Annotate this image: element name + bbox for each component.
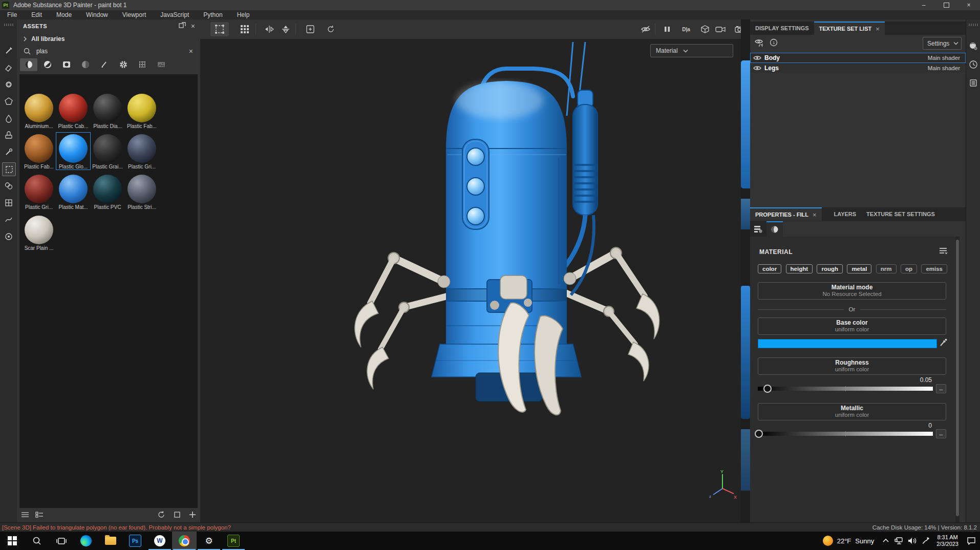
marquee-select-icon[interactable] bbox=[210, 22, 229, 36]
material-mode-button[interactable]: Material mode No Resource Selected bbox=[758, 282, 946, 300]
detail-view-icon[interactable] bbox=[35, 512, 44, 518]
channel-chip-emiss[interactable]: emiss bbox=[921, 264, 947, 273]
visibility-eye-icon[interactable] bbox=[753, 55, 761, 61]
camera-settings-icon[interactable] bbox=[713, 22, 728, 36]
search-input[interactable]: plas bbox=[36, 48, 48, 55]
hide-ui-icon[interactable] bbox=[638, 22, 653, 36]
axis-gizmo[interactable]: Y X z bbox=[707, 468, 738, 499]
material-tile[interactable]: Scar Plain ... bbox=[22, 214, 56, 251]
minimize-button[interactable]: – bbox=[912, 0, 935, 10]
mirror-horizontal-icon[interactable] bbox=[262, 22, 277, 36]
path-icon[interactable] bbox=[2, 213, 15, 226]
menu-javascript[interactable]: JavaScript bbox=[153, 10, 196, 19]
close-tab-icon[interactable]: × bbox=[876, 25, 880, 33]
channel-chip-op[interactable]: op bbox=[901, 264, 917, 273]
tab-texture-set-settings[interactable]: TEXTURE SET SETTINGS bbox=[861, 207, 940, 221]
patterns-filter-icon[interactable] bbox=[134, 58, 151, 71]
visibility-sync-icon[interactable] bbox=[754, 38, 764, 47]
tab-layers[interactable]: LAYERS bbox=[829, 207, 862, 221]
menu-help[interactable]: Help bbox=[230, 10, 257, 19]
material-picker-icon[interactable] bbox=[2, 145, 15, 158]
geometry-mask-icon[interactable] bbox=[2, 162, 16, 176]
channel-chip-height[interactable]: height bbox=[786, 264, 813, 273]
list-view-icon[interactable] bbox=[21, 512, 29, 518]
solo-view-icon[interactable]: 1 bbox=[770, 38, 778, 47]
roughness-expand-icon[interactable]: ↔ bbox=[936, 384, 946, 393]
close-button[interactable]: × bbox=[957, 0, 980, 10]
material-tile[interactable]: Plastic PVC bbox=[91, 173, 124, 210]
channel-chip-nrm[interactable]: nrm bbox=[876, 264, 897, 273]
history-icon[interactable] bbox=[967, 58, 979, 71]
channel-chip-metal[interactable]: metal bbox=[847, 264, 871, 273]
subtab-material[interactable] bbox=[766, 221, 783, 237]
smart-materials-filter-icon[interactable] bbox=[39, 58, 56, 71]
material-options-icon[interactable] bbox=[939, 247, 948, 255]
material-tile[interactable]: Plastic Gri... bbox=[125, 133, 159, 170]
texture-set-row-legs[interactable]: LegsMain shader bbox=[751, 64, 965, 73]
base-color-swatch[interactable] bbox=[758, 339, 937, 348]
material-tile[interactable]: Plastic Stri... bbox=[125, 173, 159, 210]
texture-set-row-body[interactable]: BodyMain shader bbox=[751, 53, 965, 62]
tab-display-settings[interactable]: DISPLAY SETTINGS bbox=[750, 22, 814, 35]
taskbar-settings[interactable]: ⚙ bbox=[197, 532, 221, 550]
maximize-button[interactable] bbox=[935, 0, 957, 10]
2d3d-toggle-icon[interactable]: D|a bbox=[678, 22, 694, 36]
library-selector[interactable]: All libraries bbox=[17, 33, 200, 45]
material-tile[interactable]: Plastic Grai... bbox=[91, 133, 124, 170]
eyedropper-icon[interactable] bbox=[939, 338, 947, 347]
quick-mask-icon[interactable] bbox=[2, 196, 15, 209]
mesh-display-icon[interactable] bbox=[697, 22, 713, 36]
taskbar-edge[interactable] bbox=[74, 532, 98, 550]
images-filter-icon[interactable] bbox=[153, 58, 170, 71]
mirror-vertical-icon[interactable] bbox=[278, 22, 293, 36]
material-tile[interactable]: Plastic Mat... bbox=[56, 173, 90, 210]
new-shelf-icon[interactable] bbox=[174, 511, 181, 518]
channel-chip-color[interactable]: color bbox=[758, 264, 781, 273]
metallic-slider[interactable] bbox=[758, 432, 933, 436]
taskbar-painter[interactable]: Pt bbox=[221, 532, 246, 550]
panel-drag-handle[interactable] bbox=[4, 24, 13, 26]
symmetry-icon[interactable] bbox=[2, 179, 15, 192]
viewport-2d-strip[interactable] bbox=[741, 19, 751, 522]
material-tile[interactable]: Aluminium... bbox=[22, 92, 56, 129]
menu-mode[interactable]: Mode bbox=[49, 10, 79, 19]
tray-chevron-icon[interactable] bbox=[879, 532, 892, 550]
paint-bot-model[interactable] bbox=[200, 39, 741, 522]
procedurals-filter-icon[interactable] bbox=[115, 58, 132, 71]
roughness-value[interactable]: 0.05 bbox=[901, 376, 932, 384]
material-tile[interactable]: Plastic Glo... bbox=[56, 133, 90, 170]
asset-search[interactable]: plas × bbox=[17, 45, 200, 57]
material-tile[interactable]: Plastic Cab... bbox=[56, 92, 90, 129]
menu-file[interactable]: File bbox=[0, 10, 24, 19]
material-tile[interactable]: Plastic Fab... bbox=[125, 92, 159, 129]
clear-search-icon[interactable]: × bbox=[189, 47, 193, 55]
menu-edit[interactable]: Edit bbox=[24, 10, 49, 19]
smudge-icon[interactable] bbox=[2, 112, 15, 124]
paint-icon[interactable] bbox=[2, 44, 15, 57]
refresh-assets-icon[interactable] bbox=[157, 511, 165, 519]
roughness-slider[interactable] bbox=[758, 387, 933, 391]
pause-engine-icon[interactable] bbox=[659, 22, 675, 36]
close-tab-icon[interactable]: × bbox=[813, 211, 817, 219]
shader-settings-icon[interactable] bbox=[967, 40, 979, 52]
material-tile[interactable]: Plastic Dia... bbox=[91, 92, 124, 129]
reset-rotation-icon[interactable] bbox=[323, 22, 338, 36]
viewer-settings-icon[interactable] bbox=[2, 230, 15, 243]
taskbar-task-view[interactable] bbox=[49, 532, 74, 550]
tab-properties-fill[interactable]: PROPERTIES - FILL× bbox=[750, 207, 822, 221]
menu-viewport[interactable]: Viewport bbox=[115, 10, 153, 19]
material-tile[interactable]: Plastic Fab... bbox=[22, 133, 56, 170]
viewport-3d[interactable]: Material Y X z bbox=[200, 39, 741, 522]
metallic-slider-knob[interactable] bbox=[755, 430, 763, 438]
visibility-eye-icon[interactable] bbox=[753, 65, 761, 71]
scrollbar-thumb[interactable] bbox=[956, 240, 959, 516]
import-resources-icon[interactable] bbox=[189, 511, 196, 518]
material-tile[interactable]: Plastic Gri... bbox=[22, 173, 56, 210]
clone-icon[interactable] bbox=[2, 129, 15, 141]
taskbar-file-explorer[interactable] bbox=[98, 532, 123, 550]
materials-filter-icon[interactable] bbox=[20, 58, 37, 71]
texture-set-settings-dropdown[interactable]: Settings bbox=[923, 37, 962, 50]
volume-icon[interactable] bbox=[906, 532, 919, 550]
pen-icon[interactable] bbox=[919, 532, 932, 550]
texture-set-list-icon[interactable] bbox=[967, 77, 979, 89]
